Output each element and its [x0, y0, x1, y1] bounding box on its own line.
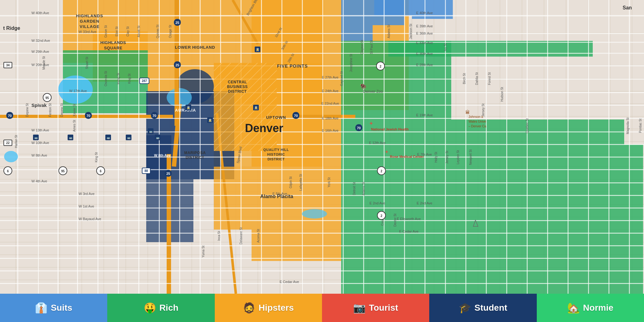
- svg-text:Eliot St: Eliot St: [115, 26, 119, 36]
- svg-text:E 36th Ave: E 36th Ave: [416, 31, 433, 35]
- svg-text:Acoma St: Acoma St: [257, 229, 260, 243]
- svg-rect-132: [547, 0, 548, 294]
- svg-text:25: 25: [166, 172, 170, 175]
- svg-text:E 24th Ave: E 24th Ave: [322, 89, 338, 93]
- suits-label: Suits: [51, 303, 72, 313]
- svg-text:E Cedar Ave: E Cedar Ave: [399, 230, 419, 233]
- svg-rect-109: [77, 0, 78, 294]
- svg-text:W 13th Ave: W 13th Ave: [31, 128, 49, 132]
- svg-text:🚊: 🚊: [256, 47, 260, 52]
- svg-text:Magnolia St: Magnolia St: [626, 117, 630, 134]
- tourist-label: Tourist: [369, 303, 398, 313]
- svg-text:E 33rd Ave: E 33rd Ave: [416, 41, 433, 45]
- tourist-tab[interactable]: 📷 Tourist: [322, 294, 429, 322]
- student-emoji: 🎓: [459, 302, 471, 314]
- rich-tab[interactable]: 🤑 Rich: [107, 294, 214, 322]
- svg-text:🚌: 🚌: [107, 136, 110, 140]
- svg-text:FIVE POINTS: FIVE POINTS: [277, 64, 308, 69]
- svg-text:W 4th Ave: W 4th Ave: [31, 179, 47, 183]
- svg-text:Johnson a: Johnson a: [469, 115, 483, 119]
- hipsters-label: Hipsters: [258, 303, 294, 313]
- svg-text:Depew St: Depew St: [60, 103, 64, 117]
- svg-text:2: 2: [380, 169, 382, 173]
- svg-rect-107: [38, 0, 39, 294]
- svg-text:Osage St: Osage St: [169, 25, 172, 38]
- svg-text:E 28th Ave: E 28th Ave: [416, 63, 433, 67]
- svg-text:W 33rd Ave: W 33rd Ave: [79, 30, 97, 34]
- hipsters-tab[interactable]: 🧔 Hipsters: [215, 294, 322, 322]
- svg-text:E 22nd Ave: E 22nd Ave: [321, 102, 339, 105]
- normie-emoji: 🏡: [567, 302, 580, 314]
- svg-text:Birch St: Birch St: [463, 73, 466, 84]
- svg-rect-110: [97, 0, 98, 294]
- svg-text:Clay St: Clay St: [126, 26, 130, 36]
- svg-rect-121: [322, 0, 323, 294]
- svg-text:88: 88: [144, 169, 148, 173]
- tourist-emoji: 📷: [353, 302, 366, 314]
- svg-text:King St: King St: [95, 152, 98, 162]
- svg-rect-131: [527, 0, 528, 294]
- svg-rect-130: [506, 0, 507, 294]
- svg-text:Holly St: Holly St: [434, 152, 438, 163]
- svg-text:🚊: 🚊: [254, 106, 258, 110]
- map-svg: E 40th Ave E 39th Ave E 36th Ave E 33rd …: [0, 0, 644, 294]
- svg-text:E Ellsworth Ave: E Ellsworth Ave: [397, 217, 421, 221]
- svg-rect-122: [343, 0, 344, 294]
- svg-rect-134: [588, 0, 589, 294]
- svg-text:Inca St: Inca St: [217, 231, 221, 241]
- svg-point-318: [302, 209, 327, 219]
- svg-text:+: +: [369, 120, 373, 126]
- svg-text:25: 25: [175, 63, 179, 67]
- normie-label: Normie: [583, 303, 613, 313]
- svg-text:t Ridge: t Ridge: [3, 25, 20, 31]
- svg-text:CENTRAL: CENTRAL: [228, 80, 247, 84]
- svg-text:SQUARE: SQUARE: [104, 46, 123, 50]
- svg-text:🦬: 🦬: [360, 83, 366, 89]
- svg-text:Rose Medical Center: Rose Medical Center: [390, 155, 424, 158]
- svg-text:Hudson St: Hudson St: [500, 87, 504, 102]
- svg-rect-115: [200, 0, 201, 294]
- svg-text:W 29th Ave: W 29th Ave: [31, 50, 49, 53]
- svg-text:Detroit St: Detroit St: [353, 182, 356, 195]
- svg-text:GARDEN: GARDEN: [80, 19, 99, 24]
- svg-text:287: 287: [142, 79, 147, 83]
- student-tab[interactable]: 🎓 Student: [429, 294, 536, 322]
- svg-text:W 40th Ave: W 40th Ave: [31, 11, 49, 15]
- svg-text:Gilpin St: Gilpin St: [289, 176, 292, 188]
- svg-text:St Paul St: St Paul St: [370, 40, 373, 54]
- svg-text:Delaware St: Delaware St: [239, 227, 243, 245]
- student-label: Student: [475, 303, 507, 313]
- svg-text:🚌: 🚌: [34, 136, 38, 140]
- svg-text:95: 95: [61, 169, 65, 173]
- svg-text:Alamo Placita: Alamo Placita: [260, 194, 293, 199]
- svg-rect-124: [384, 0, 385, 294]
- svg-text:70: 70: [86, 114, 90, 118]
- svg-text:HISTORIC: HISTORIC: [267, 153, 285, 156]
- svg-text:E 2nd Ave: E 2nd Ave: [369, 201, 385, 205]
- svg-text:MARIPOSA: MARIPOSA: [184, 151, 206, 155]
- svg-text:🚌: 🚌: [69, 136, 73, 140]
- svg-text:2: 2: [380, 214, 382, 218]
- svg-text:W 8th Ave: W 8th Ave: [154, 153, 170, 157]
- svg-rect-69: [341, 201, 643, 294]
- svg-text:🚌: 🚌: [149, 130, 153, 133]
- svg-text:York St: York St: [327, 177, 331, 187]
- svg-text:Depew St: Depew St: [25, 103, 29, 117]
- svg-text:W 8th Ave: W 8th Ave: [31, 153, 47, 157]
- svg-text:25: 25: [175, 21, 179, 25]
- svg-text:Osceola St: Osceola St: [104, 71, 108, 86]
- svg-text:LOWER HIGHLAND: LOWER HIGHLAND: [175, 45, 215, 50]
- svg-text:Wales Unive: Wales Unive: [469, 120, 486, 123]
- svg-text:DISTRICT: DISTRICT: [228, 89, 247, 94]
- svg-text:San: San: [623, 5, 632, 10]
- svg-text:Ivy St: Ivy St: [444, 43, 447, 51]
- suits-tab[interactable]: 👔 Suits: [0, 294, 107, 322]
- svg-text:BUSINESS: BUSINESS: [227, 85, 247, 89]
- svg-rect-133: [568, 0, 569, 294]
- svg-text:E 12th Ave: E 12th Ave: [369, 141, 386, 145]
- svg-rect-112: [138, 0, 139, 294]
- bottom-navigation-bar: 👔 Suits 🤑 Rich 🧔 Hipsters 📷 Tourist 🎓 St…: [0, 294, 644, 322]
- rich-label: Rich: [159, 303, 179, 313]
- normie-tab[interactable]: 🏡 Normie: [537, 294, 644, 322]
- svg-text:Yuma St: Yuma St: [202, 246, 205, 258]
